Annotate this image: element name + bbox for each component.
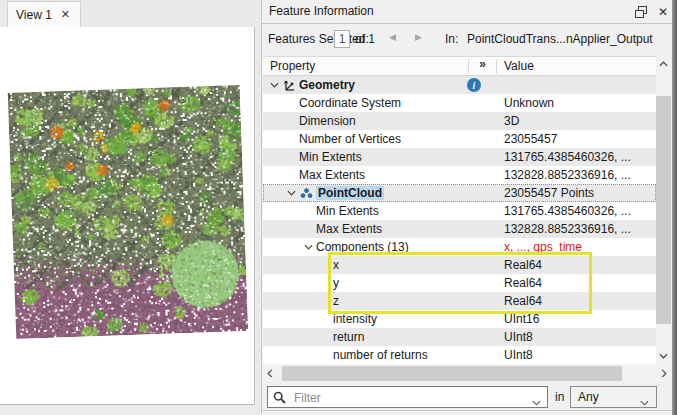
in-label: In: [445, 32, 458, 46]
property-value: UInt16 [504, 312, 539, 326]
property-name: Components (13) [316, 240, 409, 254]
pointcloud-render[interactable] [8, 85, 248, 339]
table-row-intensity[interactable]: intensityUInt16 [263, 310, 656, 328]
filter-combobox[interactable] [267, 386, 548, 408]
table-row-number-of-returns[interactable]: number of returnsUInt8 [263, 346, 656, 364]
scroll-down-icon[interactable] [656, 348, 671, 364]
table-row-max-extents[interactable]: Max Extents132828.8852336916, ... [263, 220, 656, 238]
property-value: Real64 [504, 276, 542, 290]
filter-input[interactable] [292, 388, 526, 408]
column-separator [496, 59, 497, 74]
property-value: 131765.4385460326, ... [504, 204, 631, 218]
chevron-down-icon[interactable] [301, 244, 316, 250]
features-selected-label: Features Selected: [268, 32, 369, 46]
pointcloud-icon [299, 187, 316, 200]
property-name: PointCloud [316, 186, 384, 200]
table-row-x[interactable]: xReal64 [263, 256, 656, 274]
horizontal-scrollbar-thumb[interactable] [282, 366, 622, 381]
table-row-min-extents[interactable]: Min Extents131765.4385460326, ... [263, 202, 656, 220]
property-name: y [333, 276, 339, 290]
property-name: Dimension [299, 114, 356, 128]
scroll-up-icon[interactable] [656, 56, 671, 72]
property-name: intensity [333, 312, 377, 326]
table-row-pointcloud[interactable]: PointCloud23055457 Points [263, 184, 656, 202]
property-value: Real64 [504, 294, 542, 308]
filter-scope-value: Any [578, 390, 599, 404]
tab-view1[interactable]: View 1 ✕ [7, 1, 81, 27]
table-row-max-extents[interactable]: Max Extents132828.8852336916, ... [263, 166, 656, 184]
features-selected-bar: Features Selected: 1 of 1 ◀ ▶ In: PointC… [262, 24, 672, 55]
next-feature-icon[interactable]: ▶ [415, 32, 422, 42]
scope-dropdown-icon [640, 395, 649, 409]
property-name: Min Extents [316, 204, 379, 218]
info-icon[interactable]: i [467, 78, 481, 92]
previous-feature-icon[interactable]: ◀ [389, 32, 396, 42]
filter-in-label: in [555, 390, 564, 404]
property-name: Coordinate System [299, 96, 401, 110]
property-value: 3D [504, 114, 519, 128]
property-name: x [333, 258, 339, 272]
view-3d-viewport[interactable] [0, 27, 255, 405]
tab-close-icon[interactable]: ✕ [61, 9, 70, 20]
chevron-down-icon[interactable] [284, 190, 299, 196]
property-value: 23055457 Points [504, 186, 594, 200]
property-value: 131765.4385460326, ... [504, 150, 631, 164]
geometry-icon [282, 78, 299, 92]
feature-type-name: PointCloudTrans...nApplier_Output [467, 32, 653, 46]
property-value: UInt8 [504, 348, 533, 362]
property-name: Min Extents [299, 150, 362, 164]
vertical-scrollbar[interactable] [656, 56, 671, 364]
app-window: View 1 ✕ Feature Information ✕ Features … [0, 0, 677, 415]
table-row-z[interactable]: zReal64 [263, 292, 656, 310]
feature-index-field[interactable]: 1 [334, 30, 350, 48]
filter-scope-dropdown[interactable]: Any [570, 386, 657, 408]
property-value: x, ..., gps_time [504, 240, 582, 254]
column-header-property[interactable]: Property [270, 59, 315, 73]
feature-information-panel: Feature Information ✕ Features Selected:… [261, 0, 672, 415]
column-header-value[interactable]: Value [504, 59, 534, 73]
expand-columns-button[interactable]: » [469, 57, 496, 71]
table-row-y[interactable]: yReal64 [263, 274, 656, 292]
panel-titlebar[interactable]: Feature Information ✕ [262, 0, 672, 24]
table-row-dimension[interactable]: Dimension3D [263, 112, 656, 130]
property-value: 23055457 [504, 132, 557, 146]
table-row-min-extents[interactable]: Min Extents131765.4385460326, ... [263, 148, 656, 166]
property-value: 132828.8852336916, ... [504, 222, 631, 236]
table-row-coordinate-system[interactable]: Coordinate SystemUnknown [263, 94, 656, 112]
close-panel-icon[interactable]: ✕ [655, 4, 671, 20]
property-value: Real64 [504, 258, 542, 272]
tab-view1-label: View 1 [16, 8, 52, 22]
horizontal-scrollbar[interactable] [263, 366, 671, 381]
chevron-down-icon[interactable] [267, 82, 282, 88]
feature-count-label: of 1 [355, 32, 375, 46]
table-row-number-of-vertices[interactable]: Number of Vertices23055457 [263, 130, 656, 148]
property-name: z [333, 294, 339, 308]
filter-bar: in Any [262, 383, 672, 411]
search-icon [273, 391, 286, 407]
property-value: UInt8 [504, 330, 533, 344]
view-tabbar: View 1 ✕ [0, 0, 256, 27]
float-panel-icon[interactable] [633, 4, 649, 20]
property-name: return [333, 330, 364, 344]
table-header: Property » Value [263, 56, 656, 76]
property-name: number of returns [333, 348, 428, 362]
panel-title: Feature Information [269, 4, 374, 18]
property-value: Unknown [504, 96, 554, 110]
property-value: 132828.8852336916, ... [504, 168, 631, 182]
filter-dropdown-icon[interactable] [532, 395, 541, 409]
property-name: Number of Vertices [299, 132, 401, 146]
property-name: Max Extents [299, 168, 365, 182]
scroll-left-icon[interactable] [263, 366, 277, 381]
property-name: Max Extents [316, 222, 382, 236]
table-row-components-13-[interactable]: Components (13)x, ..., gps_time [263, 238, 656, 256]
table-row-return[interactable]: returnUInt8 [263, 328, 656, 346]
table-row-geometry[interactable]: Geometryi [263, 76, 656, 94]
window-edge [672, 0, 677, 415]
vertical-scrollbar-thumb[interactable] [656, 96, 671, 324]
property-name: Geometry [299, 78, 355, 92]
scroll-right-icon[interactable] [657, 366, 671, 381]
view-panel: View 1 ✕ [0, 0, 256, 415]
property-table: GeometryiCoordinate SystemUnknownDimensi… [263, 76, 656, 364]
